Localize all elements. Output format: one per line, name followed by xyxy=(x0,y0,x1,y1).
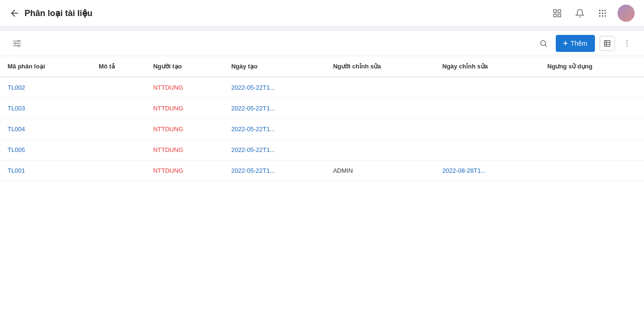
add-label: Thêm xyxy=(570,40,587,47)
col-ngung-su-dung: Ngưng sử dụng xyxy=(540,56,644,77)
svg-point-10 xyxy=(604,12,606,14)
col-ma-phan-loai: Mã phân loại xyxy=(0,56,91,77)
row-3-col-2[interactable]: NTTDUNG xyxy=(146,140,224,160)
row-2-col-2[interactable]: NTTDUNG xyxy=(146,119,224,140)
search-button[interactable] xyxy=(536,36,551,51)
row-0-col-0[interactable]: TL002 xyxy=(0,77,91,98)
svg-point-9 xyxy=(602,12,603,14)
plus-icon: + xyxy=(563,39,568,48)
svg-point-6 xyxy=(602,9,603,11)
svg-rect-1 xyxy=(554,9,557,12)
row-1-col-0[interactable]: TL003 xyxy=(0,98,91,119)
table-row[interactable]: TL003NTTDUNG2022-05-22T1... xyxy=(0,98,644,119)
row-2-col-1 xyxy=(91,119,146,140)
filter-icon[interactable] xyxy=(9,36,25,51)
row-4-col-3: 2022-05-22T1... xyxy=(224,160,326,181)
table-row[interactable]: TL004NTTDUNG2022-05-22T1... xyxy=(0,119,644,140)
svg-point-13 xyxy=(604,15,606,17)
row-3-col-4 xyxy=(326,140,435,160)
row-3-col-0[interactable]: TL005 xyxy=(0,140,91,160)
more-options-button[interactable] xyxy=(619,36,635,51)
row-1-col-3: 2022-05-22T1... xyxy=(224,98,326,119)
svg-point-16 xyxy=(18,45,19,46)
svg-point-29 xyxy=(627,41,627,42)
row-1-col-4 xyxy=(326,98,435,119)
row-2-col-3: 2022-05-22T1... xyxy=(224,119,326,140)
row-3-col-1 xyxy=(91,140,146,160)
row-1-col-2[interactable]: NTTDUNG xyxy=(146,98,224,119)
row-4-col-1 xyxy=(91,160,146,181)
row-0-col-3: 2022-05-22T1... xyxy=(224,77,326,98)
svg-rect-3 xyxy=(554,14,557,17)
table-row[interactable]: TL001NTTDUNG2022-05-22T1...ADMIN2022-08-… xyxy=(0,160,644,181)
svg-point-12 xyxy=(602,15,603,17)
svg-point-5 xyxy=(599,9,601,11)
notification-icon[interactable] xyxy=(572,6,587,21)
col-mo-ta: Mô tả xyxy=(91,56,146,77)
col-ngay-tao: Ngày tạo xyxy=(224,56,326,77)
row-0-col-2[interactable]: NTTDUNG xyxy=(146,77,224,98)
row-1-col-5 xyxy=(435,98,540,119)
back-button[interactable] xyxy=(9,8,20,18)
data-table: Mã phân loại Mô tả Người tạo Ngày tạo Ng… xyxy=(0,56,644,311)
svg-rect-2 xyxy=(558,9,561,12)
row-0-col-4 xyxy=(326,77,435,98)
add-button[interactable]: + Thêm xyxy=(556,35,595,52)
table-row[interactable]: TL005NTTDUNG2022-05-22T1... xyxy=(0,140,644,160)
row-4-col-0[interactable]: TL001 xyxy=(0,160,91,181)
row-4-col-5: 2022-08-28T1... xyxy=(435,160,540,181)
row-2-col-4 xyxy=(326,119,435,140)
svg-rect-4 xyxy=(558,14,561,17)
svg-line-24 xyxy=(545,45,546,46)
page-title: Phân loại tài liệu xyxy=(25,8,92,18)
row-0-col-5 xyxy=(435,77,540,98)
svg-point-11 xyxy=(599,15,601,17)
svg-point-7 xyxy=(604,9,606,11)
row-4-col-6 xyxy=(540,160,644,181)
row-4-col-2[interactable]: NTTDUNG xyxy=(146,160,224,181)
row-3-col-3: 2022-05-22T1... xyxy=(224,140,326,160)
row-2-col-6 xyxy=(540,119,644,140)
table-row[interactable]: TL002NTTDUNG2022-05-22T1... xyxy=(0,77,644,98)
row-0-col-1 xyxy=(91,77,146,98)
row-2-col-5 xyxy=(435,119,540,140)
col-nguoi-chinh-sua: Người chỉnh sửa xyxy=(326,56,435,77)
svg-point-14 xyxy=(15,42,16,44)
svg-point-23 xyxy=(541,41,546,46)
svg-rect-25 xyxy=(604,41,610,46)
row-1-col-6 xyxy=(540,98,644,119)
row-4-col-4: ADMIN xyxy=(326,160,435,181)
svg-point-30 xyxy=(627,43,627,44)
col-ngay-chinh-sua: Ngày chỉnh sửa xyxy=(435,56,540,77)
grid-view-icon[interactable] xyxy=(550,6,565,21)
avatar[interactable] xyxy=(618,5,635,22)
row-3-col-6 xyxy=(540,140,644,160)
row-2-col-0[interactable]: TL004 xyxy=(0,119,91,140)
row-0-col-6 xyxy=(540,77,644,98)
col-nguoi-tao: Người tạo xyxy=(146,56,224,77)
table-view-toggle[interactable] xyxy=(600,36,615,51)
svg-point-8 xyxy=(599,12,601,14)
svg-point-15 xyxy=(18,40,19,42)
apps-icon[interactable] xyxy=(595,6,610,21)
svg-point-31 xyxy=(627,45,627,46)
row-1-col-1 xyxy=(91,98,146,119)
row-3-col-5 xyxy=(435,140,540,160)
